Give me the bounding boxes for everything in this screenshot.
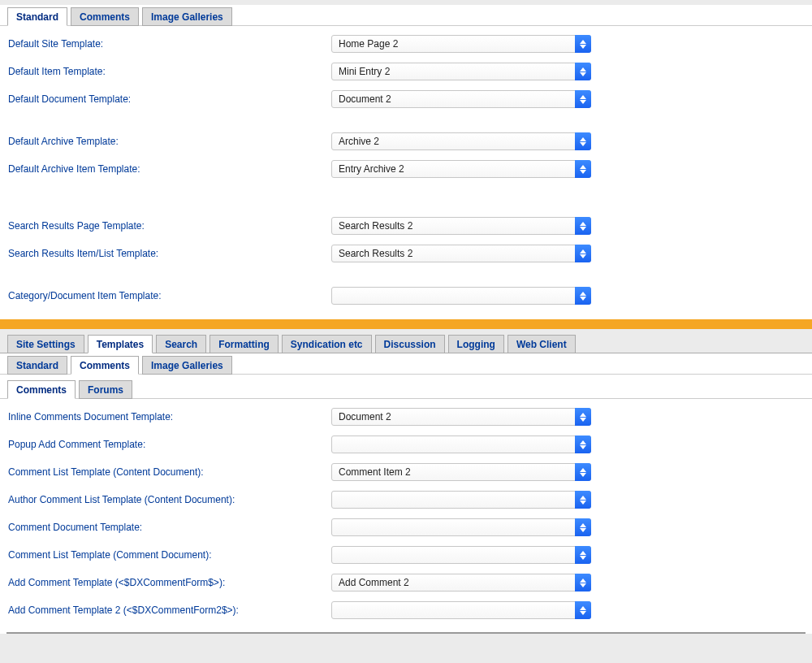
search-results-page-template-select[interactable]: Search Results 2: [331, 217, 591, 235]
tab-standard[interactable]: Standard: [7, 7, 67, 26]
comment-list-content-doc-label: Comment List Template (Content Document)…: [6, 466, 331, 478]
svg-marker-22: [580, 496, 586, 500]
svg-marker-31: [580, 611, 586, 615]
svg-marker-16: [580, 413, 586, 417]
comment-doc-template-label: Comment Document Template:: [6, 522, 331, 533]
default-archive-template-select[interactable]: Archive 2: [331, 132, 591, 150]
tab-comments[interactable]: Comments: [71, 7, 139, 26]
default-archive-item-template-select[interactable]: Entry Archive 2: [331, 160, 591, 178]
templates-subtabs: Standard Comments Image Galleries: [0, 353, 812, 375]
svg-marker-0: [580, 40, 586, 44]
search-results-item-template-select[interactable]: Search Results 2: [331, 245, 591, 262]
dropdown-icon: [575, 408, 591, 426]
dropdown-icon: [575, 132, 591, 150]
default-item-template-label: Default Item Template:: [6, 66, 331, 77]
default-document-template-label: Default Document Template:: [6, 93, 331, 105]
dropdown-icon: [575, 436, 591, 453]
svg-marker-20: [580, 468, 586, 472]
svg-marker-26: [580, 551, 586, 555]
main-tabs: Site Settings Templates Search Formattin…: [0, 329, 812, 353]
default-item-template-select[interactable]: Mini Entry 2: [331, 63, 591, 80]
category-document-item-template-label: Category/Document Item Template:: [6, 290, 331, 301]
default-archive-template-label: Default Archive Template:: [6, 136, 331, 147]
svg-marker-14: [580, 292, 586, 296]
svg-marker-1: [580, 45, 586, 49]
dropdown-icon: [575, 574, 591, 592]
add-comment-template-select[interactable]: Add Comment 2: [331, 574, 591, 592]
dropdown-icon: [575, 217, 591, 235]
dropdown-icon: [575, 35, 591, 53]
default-site-template-label: Default Site Template:: [6, 38, 331, 50]
comment-list-content-doc-select[interactable]: Comment Item 2: [331, 463, 591, 481]
templates-standard-panel: Standard Comments Image Galleries Defaul…: [0, 5, 812, 319]
dropdown-icon: [575, 245, 591, 262]
bottom-rule: [6, 632, 806, 634]
tab-syndication[interactable]: Syndication etc: [282, 335, 372, 353]
tab-forums[interactable]: Forums: [79, 380, 132, 399]
tab-comments-sub[interactable]: Comments: [7, 380, 76, 399]
tab-templates[interactable]: Templates: [88, 335, 153, 353]
dropdown-icon: [575, 160, 591, 178]
dropdown-icon: [575, 546, 591, 564]
inline-comments-doc-template-select[interactable]: Document 2: [331, 408, 591, 426]
svg-marker-25: [580, 528, 586, 532]
svg-marker-24: [580, 523, 586, 527]
dropdown-icon: [575, 601, 591, 619]
svg-marker-4: [580, 95, 586, 99]
comment-list-comment-doc-label: Comment List Template (Comment Document)…: [6, 549, 331, 561]
tab-logging[interactable]: Logging: [448, 335, 504, 353]
svg-marker-6: [580, 137, 586, 141]
dropdown-icon: [575, 491, 591, 509]
add-comment-template-2-label: Add Comment Template 2 (<$DXCommentForm2…: [6, 604, 331, 616]
svg-marker-9: [580, 170, 586, 174]
svg-marker-28: [580, 578, 586, 583]
standard-form: Default Site Template: Home Page 2 Defau…: [0, 27, 812, 310]
tab-web-client[interactable]: Web Client: [508, 335, 576, 353]
default-site-template-select[interactable]: Home Page 2: [331, 35, 591, 53]
tab-formatting[interactable]: Formatting: [209, 335, 279, 353]
comment-list-comment-doc-select[interactable]: [331, 546, 591, 564]
tab-site-settings[interactable]: Site Settings: [7, 335, 84, 353]
tab-discussion[interactable]: Discussion: [375, 335, 445, 353]
svg-marker-23: [580, 500, 586, 505]
section-divider: [0, 319, 812, 329]
svg-marker-2: [580, 67, 586, 72]
tab-standard-2[interactable]: Standard: [7, 356, 67, 375]
comments-subsubtabs: Comments Forums: [0, 378, 812, 399]
dropdown-icon: [575, 518, 591, 536]
standard-subtabs: Standard Comments Image Galleries: [0, 5, 812, 26]
add-comment-template-2-select[interactable]: [331, 601, 591, 619]
svg-marker-29: [580, 583, 586, 587]
author-comment-list-select[interactable]: [331, 491, 591, 509]
svg-marker-27: [580, 556, 586, 560]
dropdown-icon: [575, 90, 591, 108]
dropdown-icon: [575, 63, 591, 80]
tab-search[interactable]: Search: [156, 335, 206, 353]
svg-marker-30: [580, 606, 586, 610]
popup-add-comment-template-label: Popup Add Comment Template:: [6, 439, 331, 450]
default-document-template-select[interactable]: Document 2: [331, 90, 591, 108]
svg-marker-19: [580, 445, 586, 449]
dropdown-icon: [575, 287, 591, 305]
comment-doc-template-select[interactable]: [331, 518, 591, 536]
popup-add-comment-template-select[interactable]: [331, 436, 591, 453]
tab-comments-2[interactable]: Comments: [71, 356, 139, 375]
svg-marker-15: [580, 297, 586, 301]
svg-marker-5: [580, 100, 586, 104]
search-results-item-template-label: Search Results Item/List Template:: [6, 248, 331, 259]
search-results-page-template-label: Search Results Page Template:: [6, 220, 331, 232]
category-document-item-template-select[interactable]: [331, 287, 591, 305]
svg-marker-21: [580, 473, 586, 477]
svg-marker-7: [580, 142, 586, 146]
svg-marker-13: [580, 254, 586, 258]
templates-comments-panel: Standard Comments Image Galleries Commen…: [0, 353, 812, 634]
svg-marker-17: [580, 418, 586, 422]
svg-marker-12: [580, 249, 586, 254]
default-archive-item-template-label: Default Archive Item Template:: [6, 163, 331, 175]
tab-image-galleries-2[interactable]: Image Galleries: [142, 356, 232, 375]
comments-form: Inline Comments Document Template: Docum…: [0, 400, 812, 624]
svg-marker-10: [580, 222, 586, 226]
add-comment-template-label: Add Comment Template (<$DXCommentForm$>)…: [6, 577, 331, 588]
svg-marker-8: [580, 165, 586, 169]
tab-image-galleries[interactable]: Image Galleries: [142, 7, 232, 26]
